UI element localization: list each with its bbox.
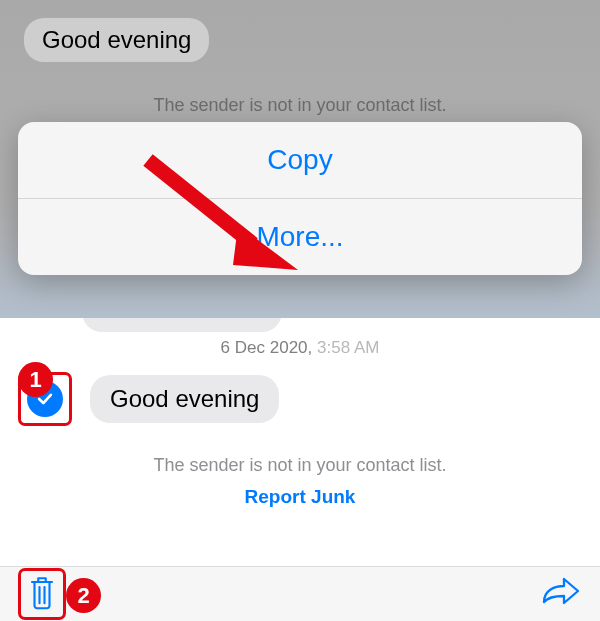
annotation-badge-1: 1	[18, 362, 53, 397]
tutorial-composite: Good evening The sender is not in your c…	[0, 0, 600, 621]
message-bubble-bottom[interactable]: Good evening	[90, 375, 279, 423]
chat-selection-view: 6 Dec 2020, 3:58 AM Good evening The sen…	[0, 318, 600, 621]
more-menu-item[interactable]: More...	[18, 199, 582, 275]
message-text: Good evening	[42, 26, 191, 53]
copy-menu-item[interactable]: Copy	[18, 122, 582, 198]
delete-button[interactable]	[27, 574, 57, 614]
context-menu: Copy More...	[18, 122, 582, 275]
annotation-badge-2: 2	[66, 578, 101, 613]
annotation-box-trash	[18, 568, 66, 620]
forward-arrow-icon	[540, 576, 582, 608]
message-text: Good evening	[110, 385, 259, 412]
message-bubble-top[interactable]: Good evening	[24, 18, 209, 62]
contact-warning-top: The sender is not in your contact list.	[0, 95, 600, 116]
chat-dimmed-view: Good evening The sender is not in your c…	[0, 0, 600, 318]
forward-button[interactable]	[540, 576, 582, 612]
trash-icon	[27, 574, 57, 610]
previous-bubble-edge	[82, 318, 282, 332]
